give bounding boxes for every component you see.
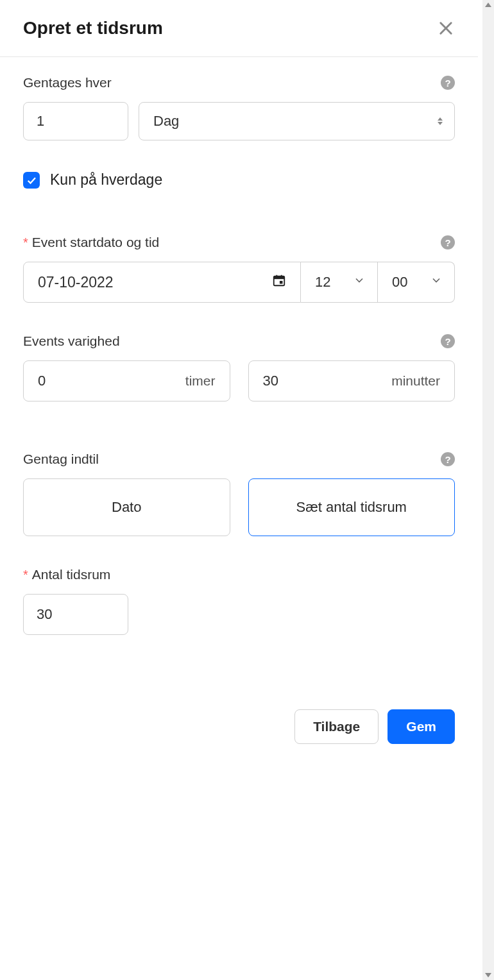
repeat-until-group: Gentag indtil ? Dato Sæt antal tidsrum [23, 452, 455, 536]
chevron-down-icon [353, 274, 366, 291]
minutes-suffix: minutter [391, 373, 440, 389]
label-row: Events varighed ? [23, 334, 455, 349]
repeat-until-date-option[interactable]: Dato [23, 478, 230, 536]
repeat-row: Dag [23, 102, 455, 140]
count-group: * Antal tidsrum [23, 567, 455, 635]
repeat-interval-input[interactable] [23, 102, 128, 140]
weekdays-only-checkbox[interactable] [23, 172, 40, 189]
count-input[interactable] [23, 594, 128, 635]
check-icon [26, 174, 37, 186]
repeat-unit-value: Dag [153, 113, 179, 130]
start-label-text: Event startdato og tid [32, 235, 159, 250]
start-label: * Event startdato og tid [23, 235, 159, 250]
duration-hours-wrap: timer [23, 360, 230, 401]
duration-hours-input[interactable] [38, 373, 76, 389]
start-minute-value: 00 [392, 274, 407, 291]
save-button-label: Gem [406, 719, 436, 734]
chevron-down-icon [430, 274, 443, 291]
dialog-footer: Tilbage Gem [0, 709, 478, 744]
count-label-text: Antal tidsrum [32, 567, 111, 582]
required-star-icon: * [23, 236, 28, 249]
duration-group: Events varighed ? timer minutter [23, 334, 455, 401]
weekdays-only-row: Kun på hverdage [23, 171, 455, 189]
updown-caret-icon [438, 117, 443, 125]
repeat-interval-group: Gentages hver ? Dag [23, 75, 455, 140]
duration-label: Events varighed [23, 334, 120, 349]
start-date-value: 07-10-2022 [38, 274, 114, 291]
help-icon[interactable]: ? [441, 235, 455, 249]
dialog-content: Opret et tidsrum Gentages hver ? Dag [0, 0, 478, 980]
duration-minutes-wrap: minutter [248, 360, 456, 401]
start-hour-select[interactable]: 12 [301, 262, 378, 303]
start-minute-select[interactable]: 00 [378, 262, 455, 303]
scroll-down-arrow-icon[interactable] [485, 973, 491, 977]
dialog-title: Opret et tidsrum [23, 18, 163, 38]
dialog-header: Opret et tidsrum [0, 0, 478, 57]
required-star-icon: * [23, 568, 28, 581]
vertical-scrollbar[interactable] [482, 0, 494, 980]
weekdays-only-label: Kun på hverdage [50, 171, 162, 189]
back-button-label: Tilbage [313, 719, 360, 734]
toggle-row: Dato Sæt antal tidsrum [23, 478, 455, 536]
help-icon[interactable]: ? [441, 452, 455, 466]
save-button[interactable]: Gem [388, 709, 455, 744]
help-icon[interactable]: ? [441, 334, 455, 348]
label-row: Gentag indtil ? [23, 452, 455, 467]
repeat-until-label: Gentag indtil [23, 452, 99, 467]
option-label: Sæt antal tidsrum [296, 499, 407, 516]
repeat-unit-select[interactable]: Dag [139, 102, 455, 140]
label-row: * Event startdato og tid ? [23, 235, 455, 250]
form-body: Gentages hver ? Dag K [0, 57, 478, 671]
help-icon[interactable]: ? [441, 76, 455, 90]
label-row: * Antal tidsrum [23, 567, 455, 582]
repeat-until-count-option[interactable]: Sæt antal tidsrum [248, 478, 456, 536]
option-label: Dato [112, 499, 141, 516]
svg-rect-3 [274, 276, 285, 280]
calendar-icon [272, 273, 286, 291]
label-row: Gentages hver ? [23, 75, 455, 90]
scroll-up-arrow-icon[interactable] [485, 3, 491, 7]
duration-minutes-input[interactable] [263, 373, 302, 389]
duration-row: timer minutter [23, 360, 455, 401]
start-hour-value: 12 [315, 274, 330, 291]
svg-rect-6 [280, 281, 283, 284]
hours-suffix: timer [185, 373, 216, 389]
start-date-input[interactable]: 07-10-2022 [23, 262, 301, 303]
close-icon [437, 19, 455, 37]
close-button[interactable] [437, 19, 455, 37]
count-label: * Antal tidsrum [23, 567, 110, 582]
start-datetime-group: * Event startdato og tid ? 07-10-2022 [23, 235, 455, 303]
back-button[interactable]: Tilbage [294, 709, 379, 744]
repeat-label: Gentages hver [23, 75, 112, 90]
date-row: 07-10-2022 12 [23, 262, 455, 303]
